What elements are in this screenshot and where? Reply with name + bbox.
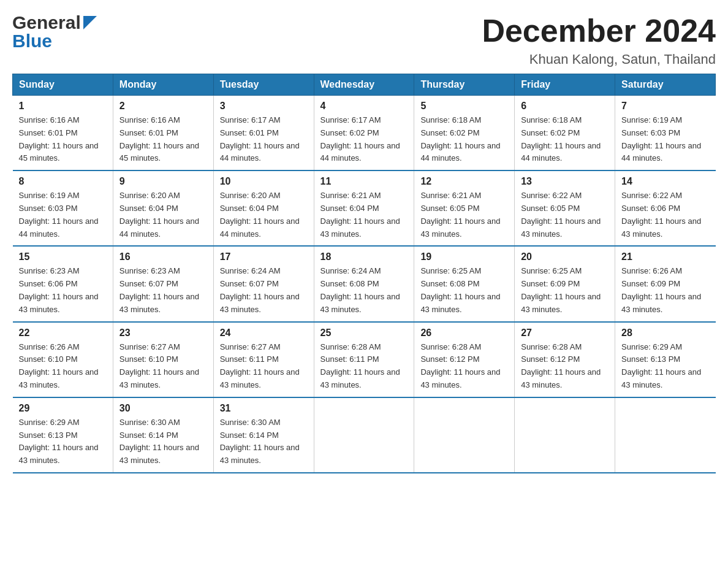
day-number: 17 (220, 251, 308, 262)
day-number: 7 (621, 101, 709, 112)
day-info: Sunrise: 6:30 AMSunset: 6:14 PMDaylight:… (220, 416, 308, 467)
day-number: 19 (420, 251, 508, 262)
col-tuesday: Tuesday (213, 74, 314, 96)
day-number: 23 (119, 327, 207, 339)
table-row: 2Sunrise: 6:16 AMSunset: 6:01 PMDaylight… (113, 96, 213, 171)
table-row: 5Sunrise: 6:18 AMSunset: 6:02 PMDaylight… (414, 96, 515, 171)
day-info: Sunrise: 6:23 AMSunset: 6:06 PMDaylight:… (19, 265, 107, 316)
day-number: 6 (521, 101, 609, 112)
day-number: 13 (521, 176, 609, 187)
col-monday: Monday (113, 74, 213, 96)
logo: General Blue (12, 12, 97, 52)
table-row (314, 397, 414, 473)
day-info: Sunrise: 6:18 AMSunset: 6:02 PMDaylight:… (521, 114, 609, 165)
day-info: Sunrise: 6:16 AMSunset: 6:01 PMDaylight:… (19, 114, 107, 165)
day-number: 24 (220, 327, 308, 339)
day-number: 9 (119, 176, 207, 187)
table-row: 16Sunrise: 6:23 AMSunset: 6:07 PMDayligh… (113, 246, 213, 321)
table-row: 12Sunrise: 6:21 AMSunset: 6:05 PMDayligh… (414, 170, 515, 246)
day-number: 11 (320, 176, 408, 187)
day-info: Sunrise: 6:21 AMSunset: 6:04 PMDaylight:… (320, 190, 408, 240)
day-info: Sunrise: 6:21 AMSunset: 6:05 PMDaylight:… (420, 190, 508, 240)
day-info: Sunrise: 6:19 AMSunset: 6:03 PMDaylight:… (621, 114, 709, 165)
table-row: 7Sunrise: 6:19 AMSunset: 6:03 PMDaylight… (615, 96, 716, 171)
calendar-week-row: 1Sunrise: 6:16 AMSunset: 6:01 PMDaylight… (13, 96, 716, 171)
day-number: 16 (119, 251, 207, 262)
table-row: 13Sunrise: 6:22 AMSunset: 6:05 PMDayligh… (515, 170, 615, 246)
day-number: 1 (19, 101, 107, 112)
day-number: 21 (621, 251, 709, 262)
day-info: Sunrise: 6:23 AMSunset: 6:07 PMDaylight:… (119, 265, 207, 316)
table-row: 11Sunrise: 6:21 AMSunset: 6:04 PMDayligh… (314, 170, 414, 246)
title-section: December 2024 Khuan Kalong, Satun, Thail… (482, 12, 716, 67)
col-wednesday: Wednesday (314, 74, 414, 96)
table-row: 3Sunrise: 6:17 AMSunset: 6:01 PMDaylight… (213, 96, 314, 171)
logo-general-text: General (12, 12, 81, 33)
day-info: Sunrise: 6:29 AMSunset: 6:13 PMDaylight:… (621, 341, 709, 392)
table-row: 10Sunrise: 6:20 AMSunset: 6:04 PMDayligh… (213, 170, 314, 246)
day-number: 5 (420, 101, 508, 112)
table-row: 8Sunrise: 6:19 AMSunset: 6:03 PMDaylight… (13, 170, 113, 246)
table-row: 1Sunrise: 6:16 AMSunset: 6:01 PMDaylight… (13, 96, 113, 171)
location-subtitle: Khuan Kalong, Satun, Thailand (482, 52, 716, 67)
day-info: Sunrise: 6:16 AMSunset: 6:01 PMDaylight:… (119, 114, 207, 165)
day-number: 30 (119, 403, 207, 414)
day-number: 14 (621, 176, 709, 187)
page-header: General Blue December 2024 Khuan Kalong,… (12, 12, 716, 67)
table-row: 22Sunrise: 6:26 AMSunset: 6:10 PMDayligh… (13, 322, 113, 397)
day-number: 3 (220, 101, 308, 112)
calendar-header-row: Sunday Monday Tuesday Wednesday Thursday… (13, 74, 716, 96)
day-info: Sunrise: 6:28 AMSunset: 6:12 PMDaylight:… (420, 341, 508, 392)
day-info: Sunrise: 6:26 AMSunset: 6:10 PMDaylight:… (19, 341, 107, 392)
day-info: Sunrise: 6:24 AMSunset: 6:08 PMDaylight:… (320, 265, 408, 316)
day-info: Sunrise: 6:25 AMSunset: 6:09 PMDaylight:… (521, 265, 609, 316)
table-row: 26Sunrise: 6:28 AMSunset: 6:12 PMDayligh… (414, 322, 515, 397)
day-info: Sunrise: 6:30 AMSunset: 6:14 PMDaylight:… (119, 416, 207, 467)
table-row: 30Sunrise: 6:30 AMSunset: 6:14 PMDayligh… (113, 397, 213, 473)
table-row: 24Sunrise: 6:27 AMSunset: 6:11 PMDayligh… (213, 322, 314, 397)
col-saturday: Saturday (615, 74, 716, 96)
day-number: 29 (19, 403, 107, 414)
day-number: 12 (420, 176, 508, 187)
day-info: Sunrise: 6:27 AMSunset: 6:11 PMDaylight:… (220, 341, 308, 392)
day-info: Sunrise: 6:22 AMSunset: 6:05 PMDaylight:… (521, 190, 609, 240)
col-sunday: Sunday (13, 74, 113, 96)
table-row: 17Sunrise: 6:24 AMSunset: 6:07 PMDayligh… (213, 246, 314, 321)
day-number: 25 (320, 327, 408, 339)
day-number: 15 (19, 251, 107, 262)
table-row: 6Sunrise: 6:18 AMSunset: 6:02 PMDaylight… (515, 96, 615, 171)
table-row: 9Sunrise: 6:20 AMSunset: 6:04 PMDaylight… (113, 170, 213, 246)
day-info: Sunrise: 6:17 AMSunset: 6:01 PMDaylight:… (220, 114, 308, 165)
table-row: 18Sunrise: 6:24 AMSunset: 6:08 PMDayligh… (314, 246, 414, 321)
calendar-table: Sunday Monday Tuesday Wednesday Thursday… (12, 74, 716, 473)
day-info: Sunrise: 6:19 AMSunset: 6:03 PMDaylight:… (19, 190, 107, 240)
day-number: 28 (621, 327, 709, 339)
day-info: Sunrise: 6:27 AMSunset: 6:10 PMDaylight:… (119, 341, 207, 392)
month-title: December 2024 (482, 12, 716, 49)
day-info: Sunrise: 6:29 AMSunset: 6:13 PMDaylight:… (19, 416, 107, 467)
table-row: 20Sunrise: 6:25 AMSunset: 6:09 PMDayligh… (515, 246, 615, 321)
day-number: 31 (220, 403, 308, 414)
day-info: Sunrise: 6:28 AMSunset: 6:12 PMDaylight:… (521, 341, 609, 392)
day-number: 18 (320, 251, 408, 262)
day-info: Sunrise: 6:22 AMSunset: 6:06 PMDaylight:… (621, 190, 709, 240)
table-row: 21Sunrise: 6:26 AMSunset: 6:09 PMDayligh… (615, 246, 716, 321)
logo-arrow-icon (83, 16, 97, 32)
table-row: 19Sunrise: 6:25 AMSunset: 6:08 PMDayligh… (414, 246, 515, 321)
table-row: 15Sunrise: 6:23 AMSunset: 6:06 PMDayligh… (13, 246, 113, 321)
table-row: 25Sunrise: 6:28 AMSunset: 6:11 PMDayligh… (314, 322, 414, 397)
day-number: 26 (420, 327, 508, 339)
day-number: 2 (119, 101, 207, 112)
calendar-week-row: 8Sunrise: 6:19 AMSunset: 6:03 PMDaylight… (13, 170, 716, 246)
day-info: Sunrise: 6:20 AMSunset: 6:04 PMDaylight:… (119, 190, 207, 240)
day-info: Sunrise: 6:26 AMSunset: 6:09 PMDaylight:… (621, 265, 709, 316)
table-row (615, 397, 716, 473)
calendar-week-row: 15Sunrise: 6:23 AMSunset: 6:06 PMDayligh… (13, 246, 716, 321)
day-number: 20 (521, 251, 609, 262)
svg-marker-0 (83, 16, 97, 29)
day-info: Sunrise: 6:20 AMSunset: 6:04 PMDaylight:… (220, 190, 308, 240)
day-info: Sunrise: 6:25 AMSunset: 6:08 PMDaylight:… (420, 265, 508, 316)
table-row: 4Sunrise: 6:17 AMSunset: 6:02 PMDaylight… (314, 96, 414, 171)
day-info: Sunrise: 6:28 AMSunset: 6:11 PMDaylight:… (320, 341, 408, 392)
calendar-week-row: 29Sunrise: 6:29 AMSunset: 6:13 PMDayligh… (13, 397, 716, 473)
